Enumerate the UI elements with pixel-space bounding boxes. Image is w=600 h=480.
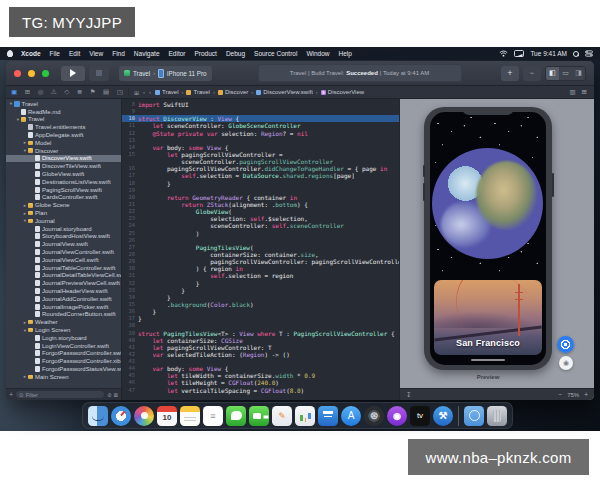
sidebar-item-journalpreviewviewcell-swift[interactable]: JournalPreviewViewCell.swift bbox=[6, 279, 121, 287]
editor-mode-button-1[interactable]: ▭ bbox=[559, 67, 572, 80]
sidebar-item-journalviewcontroller-swift[interactable]: JournalViewController.swift bbox=[6, 248, 121, 256]
sidebar-item-model[interactable]: ▸Model bbox=[6, 139, 121, 147]
sidebar-item-forgotpasswordcontroller-swift[interactable]: ForgotPasswordController.swift bbox=[6, 350, 121, 358]
debug-navigator-icon[interactable]: ≣ bbox=[77, 88, 82, 96]
dock-podcasts-icon[interactable]: ◉ bbox=[387, 406, 407, 426]
add-file-button[interactable]: + bbox=[9, 391, 13, 398]
breadcrumb-item-discoverview-swift[interactable]: DiscoverView.swift bbox=[256, 89, 313, 95]
sidebar-item-journalheaderview-swift[interactable]: JournalHeaderView.swift bbox=[6, 287, 121, 295]
back-button[interactable]: ‹ bbox=[143, 89, 145, 95]
sidebar-item-journaldetailtableviewcell-swift[interactable]: JournalDetailTableViewCell.swift bbox=[6, 272, 121, 280]
find-navigator-icon[interactable]: ◎ bbox=[38, 88, 44, 96]
dock-finder-icon[interactable] bbox=[88, 406, 108, 426]
dock-reminders-icon[interactable]: ≡ bbox=[203, 406, 223, 426]
breadcrumb-item-travel[interactable]: Travel bbox=[186, 89, 209, 95]
dock-messages-icon[interactable] bbox=[226, 406, 246, 426]
sidebar-item-travel-entitlements[interactable]: Travel.entitlements bbox=[6, 123, 121, 131]
sidebar-item-globeview-swift[interactable]: GlobeView.swift bbox=[6, 170, 121, 178]
hierarchy-navigator-icon[interactable]: ◳ bbox=[117, 88, 123, 96]
sidebar-item-main-screen[interactable]: ▸Main Screen bbox=[6, 373, 121, 381]
menu-navigate[interactable]: Navigate bbox=[134, 50, 160, 57]
dock-safari-icon[interactable] bbox=[111, 406, 131, 426]
sidebar-item-discoverview-swift[interactable]: DiscoverView.swift bbox=[6, 155, 121, 163]
add-button[interactable]: + bbox=[501, 66, 519, 81]
sidebar-item-journalview-swift[interactable]: JournalView.swift bbox=[6, 240, 121, 248]
breakpoint-navigator-icon[interactable]: ⚑ bbox=[90, 88, 96, 96]
menu-file[interactable]: File bbox=[50, 50, 60, 57]
sidebar-item-globe-scene[interactable]: ▸Globe Scene bbox=[6, 201, 121, 209]
dock-notes-icon[interactable] bbox=[180, 406, 200, 426]
filter-option-icons[interactable]: ⊘ ⊠ bbox=[107, 392, 118, 398]
sidebar-item-pagingscrollview-swift[interactable]: PagingScrollView.swift bbox=[6, 186, 121, 194]
pin-icon[interactable]: ↧ bbox=[406, 391, 411, 399]
menu-window[interactable]: Window bbox=[306, 50, 329, 57]
sidebar-item-cardscontroller-swift[interactable]: CardsController.swift bbox=[6, 194, 121, 202]
menu-edit[interactable]: Edit bbox=[69, 50, 80, 57]
sidebar-item-journal-storyboard[interactable]: Journal.storyboard bbox=[6, 225, 121, 233]
destination-card[interactable]: San Francisco bbox=[434, 280, 542, 355]
live-preview-button[interactable] bbox=[557, 336, 574, 353]
control-center-icon[interactable] bbox=[585, 50, 593, 57]
menu-clock[interactable]: Tue 9:41 AM bbox=[530, 50, 567, 57]
sidebar-item-storyboardhostview-swift[interactable]: StoryboardHostView.swift bbox=[6, 233, 121, 241]
dock-numbers-icon[interactable] bbox=[295, 406, 315, 426]
dock-system-preferences-icon[interactable]: ⊛ bbox=[364, 406, 384, 426]
menu-product[interactable]: Product bbox=[194, 50, 216, 57]
sidebar-item-readme-md[interactable]: ReadMe.md bbox=[6, 108, 121, 116]
breadcrumb-item-travel[interactable]: Travel bbox=[155, 89, 178, 95]
menu-debug[interactable]: Debug bbox=[226, 50, 245, 57]
dock-facetime-icon[interactable] bbox=[249, 406, 269, 426]
sidebar-item-destinationslistview-swift[interactable]: DestinationsListView.swift bbox=[6, 178, 121, 186]
sidebar-item-discovertileview-swift[interactable]: DiscoverTileView.swift bbox=[6, 162, 121, 170]
sidebar-item-login-storyboard[interactable]: Login.storyboard bbox=[6, 334, 121, 342]
dock-photos-icon[interactable] bbox=[134, 406, 154, 426]
test-navigator-icon[interactable]: ◇ bbox=[64, 88, 69, 96]
dock-xcode-icon[interactable]: ⚒ bbox=[433, 406, 453, 426]
dock-calendar-icon[interactable]: 10 bbox=[157, 406, 177, 426]
menu-find[interactable]: Find bbox=[112, 50, 125, 57]
source-control-navigator-icon[interactable]: ⊞ bbox=[25, 88, 30, 96]
apple-menu-icon[interactable] bbox=[7, 50, 13, 57]
sidebar-item-appdelegate-swift[interactable]: AppDelegate.swift bbox=[6, 131, 121, 139]
sidebar-item-roundedcornerbutton-swift[interactable]: RoundedCornerButton.swift bbox=[6, 311, 121, 319]
earth-globe-image[interactable] bbox=[432, 148, 543, 259]
source-editor[interactable]: 8import SwiftUI910struct DiscoverView : … bbox=[122, 99, 399, 400]
pin-preview-button[interactable]: ◉ bbox=[559, 356, 573, 370]
dock-pages-icon[interactable]: ✎ bbox=[272, 406, 292, 426]
sidebar-item-login-screen[interactable]: ▾Login Screen bbox=[6, 326, 121, 334]
dock-downloads-icon[interactable] bbox=[464, 406, 484, 426]
sidebar-item-discover[interactable]: ▾Discover bbox=[6, 147, 121, 155]
sidebar-item-journaltablecontroller-swift[interactable]: JournalTableController.swift bbox=[6, 264, 121, 272]
sidebar-item-forgotpasswordstatusview-swift[interactable]: ForgotPasswordStatusView.swift bbox=[6, 365, 121, 373]
menu-view[interactable]: View bbox=[89, 50, 103, 57]
forward-button[interactable]: › bbox=[149, 89, 151, 95]
zoom-out-button[interactable]: − bbox=[558, 391, 562, 398]
dock-apple-tv-icon[interactable]: tv bbox=[410, 406, 430, 426]
sidebar-item-journaladdcontroller-swift[interactable]: JournalAddController.swift bbox=[6, 295, 121, 303]
sidebar-item-plan[interactable]: ▸Plan bbox=[6, 209, 121, 217]
report-navigator-icon[interactable]: ▤ bbox=[103, 88, 109, 96]
menu-xcode[interactable]: Xcode bbox=[21, 50, 41, 57]
sidebar-item-journalviewcell-swift[interactable]: JournalViewCell.swift bbox=[6, 256, 121, 264]
close-window-button[interactable] bbox=[14, 70, 21, 77]
library-button[interactable]: ⌁ bbox=[523, 66, 541, 81]
zoom-window-button[interactable] bbox=[42, 70, 49, 77]
breadcrumb-item-discover[interactable]: Discover bbox=[218, 89, 248, 95]
menu-editor[interactable]: Editor bbox=[169, 50, 186, 57]
wifi-icon[interactable] bbox=[499, 50, 508, 57]
menu-source-control[interactable]: Source Control bbox=[254, 50, 297, 57]
add-editor-icon[interactable]: ⊞ bbox=[582, 88, 587, 96]
breadcrumb-item-discoverview[interactable]: SDiscoverView bbox=[321, 89, 364, 95]
dock-app-store-icon[interactable]: A bbox=[341, 406, 361, 426]
sidebar-item-travel[interactable]: ▾Travel bbox=[6, 116, 121, 124]
stop-button[interactable] bbox=[89, 66, 109, 81]
editor-mode-button-0[interactable]: ◧ bbox=[546, 67, 559, 80]
editor-options-icon[interactable]: ▥ bbox=[569, 88, 575, 96]
zoom-in-button[interactable]: + bbox=[584, 391, 588, 398]
menu-help[interactable]: Help bbox=[339, 50, 352, 57]
spotlight-search-icon[interactable] bbox=[573, 51, 579, 57]
sidebar-item-travel[interactable]: ▾Travel bbox=[6, 100, 121, 108]
sidebar-item-journal[interactable]: ▾Journal bbox=[6, 217, 121, 225]
screen-mirroring-icon[interactable] bbox=[514, 50, 524, 57]
filter-field[interactable]: ⊙ Filter bbox=[16, 391, 104, 398]
